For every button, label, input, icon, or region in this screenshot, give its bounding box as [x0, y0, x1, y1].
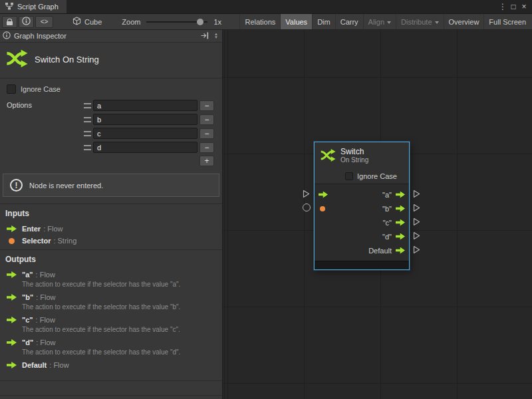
port-row: "a" [315, 188, 409, 201]
port-marker-triangle[interactable] [413, 190, 420, 200]
string-dot-icon [9, 238, 15, 244]
code-view-button[interactable]: <> [35, 16, 53, 28]
option-row: − [84, 128, 214, 139]
option-input[interactable] [93, 128, 198, 139]
port-row: "b" [315, 201, 409, 215]
lock-button[interactable] [2, 16, 17, 28]
maximize-icon[interactable]: □ [508, 2, 519, 11]
option-row: − [84, 114, 214, 125]
output-row: "d": Flow [0, 336, 222, 348]
flow-arrow-icon [7, 362, 17, 368]
inspected-node-title: Switch On String [35, 55, 99, 65]
option-input[interactable] [93, 142, 198, 153]
toolbar-button-values[interactable]: Values [280, 14, 312, 29]
port-marker-triangle[interactable] [413, 245, 420, 255]
toolbar-button-overview[interactable]: Overview [444, 14, 484, 29]
node-ignore-case-row: Ignore Case [315, 169, 409, 184]
scrollbar-down-icon[interactable]: ▼ [214, 36, 218, 39]
zoom-slider[interactable] [146, 21, 207, 23]
zoom-control: Zoom 1x [118, 18, 225, 26]
flow-output-port[interactable] [396, 205, 405, 212]
output-name: "a" [22, 271, 33, 279]
flow-output-port[interactable] [396, 233, 405, 240]
option-input[interactable] [93, 114, 198, 125]
remove-option-button[interactable]: − [200, 114, 214, 125]
input-row-selector: Selector: String [0, 235, 222, 247]
ignore-case-label: Ignore Case [357, 172, 397, 180]
output-description: The action to execute if the selector ha… [0, 326, 222, 336]
output-type: : Flow [36, 316, 55, 324]
inspector-header: Graph Inspector ▲ ▼ [0, 30, 222, 43]
option-input[interactable] [93, 100, 198, 111]
drag-handle-icon[interactable] [84, 145, 91, 150]
lock-icon [7, 19, 13, 25]
zoom-handle[interactable] [197, 19, 203, 25]
flow-arrow-icon [7, 225, 17, 232]
output-type: : Flow [36, 271, 55, 279]
flow-arrow-icon [7, 317, 17, 323]
titlebar: Script Graph ⋮ □ × [0, 0, 532, 14]
output-type: : Flow [49, 361, 68, 369]
output-name: "d" [22, 338, 33, 346]
ignore-case-row: Ignore Case [0, 78, 222, 96]
toolbar-button-distribute[interactable]: Distribute [396, 14, 443, 29]
dropdown-caret-icon [387, 21, 391, 24]
node-footer [315, 261, 409, 269]
warning-icon: ! [10, 179, 23, 192]
input-name: Enter [22, 225, 41, 233]
switch-node[interactable]: Switch On String Ignore Case "a" [314, 142, 410, 270]
port-marker-triangle[interactable] [303, 190, 310, 200]
graph-canvas[interactable]: Switch On String Ignore Case "a" [223, 30, 532, 399]
close-icon[interactable]: × [519, 2, 529, 11]
inputs-section: Inputs Enter: Flow Selector: String [0, 203, 222, 249]
script-graph-window: Script Graph ⋮ □ × <> Cube Zoom [0, 0, 532, 399]
remove-option-button[interactable]: − [200, 142, 214, 153]
script-graph-icon [5, 3, 13, 11]
inspector-toggle-button[interactable] [19, 16, 34, 28]
port-row: Default [315, 243, 409, 257]
graph-target[interactable]: Cube [72, 17, 105, 27]
dock-icon[interactable] [201, 32, 209, 41]
zoom-label: Zoom [122, 18, 140, 26]
switch-icon [5, 49, 28, 70]
window-menu-kebab-icon[interactable]: ⋮ [497, 2, 508, 11]
port-marker-circle[interactable] [303, 203, 311, 211]
output-name: Default [22, 361, 47, 369]
ignore-case-label: Ignore Case [21, 85, 61, 93]
ignore-case-checkbox[interactable] [345, 172, 353, 180]
drag-handle-icon[interactable] [84, 131, 91, 136]
toolbar-button-carry[interactable]: Carry [335, 14, 363, 29]
toolbar-button-full-screen[interactable]: Full Screen [483, 14, 531, 29]
port-marker-triangle[interactable] [413, 203, 420, 213]
flow-output-port[interactable] [396, 247, 405, 254]
flow-arrow-icon [7, 294, 17, 301]
output-port-label: "d" [329, 233, 392, 241]
code-icon: <> [41, 18, 49, 25]
node-header: Switch On String [315, 142, 409, 169]
flow-input-port[interactable] [319, 192, 328, 198]
flow-output-port[interactable] [396, 192, 405, 198]
toolbar-button-dim[interactable]: Dim [312, 14, 335, 29]
remove-option-button[interactable]: − [200, 100, 214, 111]
input-row-enter: Enter: Flow [0, 223, 222, 235]
flow-output-port[interactable] [396, 219, 405, 226]
port-marker-triangle[interactable] [413, 231, 420, 241]
ignore-case-checkbox[interactable] [7, 84, 16, 94]
output-port-label: "c" [329, 219, 392, 227]
port-marker-triangle[interactable] [413, 217, 420, 227]
tab-title: Script Graph [17, 3, 59, 11]
output-description: The action to execute if the selector ha… [0, 281, 222, 291]
toolbar-button-align[interactable]: Align [363, 14, 396, 29]
info-icon [3, 31, 11, 41]
add-option-button[interactable]: + [200, 156, 214, 166]
selector-input-port[interactable] [320, 206, 325, 211]
toolbar-button-relations[interactable]: Relations [239, 14, 280, 29]
main-area: Graph Inspector ▲ ▼ Switch On String [0, 30, 532, 399]
input-name: Selector [22, 237, 51, 245]
remove-option-button[interactable]: − [200, 128, 214, 139]
output-port-label: "a" [329, 191, 392, 199]
option-row: − [84, 142, 214, 153]
drag-handle-icon[interactable] [84, 117, 91, 122]
tab-script-graph[interactable]: Script Graph [0, 0, 66, 13]
drag-handle-icon[interactable] [84, 103, 91, 108]
